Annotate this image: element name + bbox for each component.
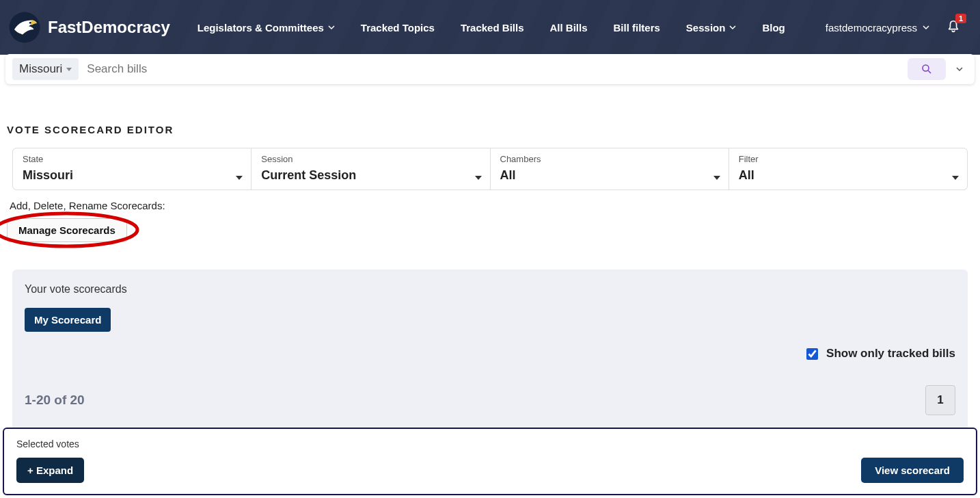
manage-scorecards-button[interactable]: Manage Scorecards	[7, 218, 127, 242]
chevron-down-icon	[923, 24, 929, 31]
filter-row: State Missouri Session Current Session C…	[12, 148, 968, 190]
my-scorecard-button[interactable]: My Scorecard	[25, 308, 111, 332]
page-number[interactable]: 1	[925, 385, 955, 415]
search-input[interactable]	[84, 57, 908, 81]
filter-state[interactable]: State Missouri	[13, 148, 251, 189]
nav-label: Tracked Topics	[361, 22, 435, 34]
nav-label: All Bills	[549, 22, 587, 34]
caret-down-icon	[713, 176, 720, 180]
main-header: FastDemocracy Legislators & Committees T…	[0, 0, 980, 55]
state-selector-label: Missouri	[19, 62, 62, 76]
nav-bill-filters[interactable]: Bill filters	[614, 22, 660, 34]
nav-legislators[interactable]: Legislators & Committees	[198, 22, 335, 34]
caret-down-icon	[66, 68, 72, 71]
eagle-logo-icon	[8, 11, 41, 44]
filter-session-label: Session	[261, 154, 480, 164]
caret-down-icon	[952, 176, 959, 180]
filter-chambers-label: Chambers	[500, 154, 719, 164]
user-name: fastdemocracypress	[826, 22, 917, 34]
nav-tracked-bills[interactable]: Tracked Bills	[461, 22, 524, 34]
search-more[interactable]	[950, 66, 969, 73]
svg-point-1	[29, 22, 31, 24]
nav-session[interactable]: Session	[686, 22, 737, 34]
selected-votes-title: Selected votes	[16, 438, 964, 449]
search-icon	[921, 63, 933, 75]
result-count: 1-20 of 20	[25, 393, 85, 408]
nav-all-bills[interactable]: All Bills	[549, 22, 587, 34]
filter-chambers-value: All	[500, 168, 719, 183]
search-button[interactable]	[908, 58, 946, 80]
filter-chambers[interactable]: Chambers All	[491, 148, 729, 189]
brand[interactable]: FastDemocracy	[8, 11, 170, 44]
user-menu[interactable]: fastdemocracypress	[826, 22, 929, 34]
nav-label: Bill filters	[614, 22, 660, 34]
nav-legislators-label: Legislators & Committees	[198, 22, 324, 34]
expand-button[interactable]: + Expand	[16, 458, 84, 478]
view-scorecard-button[interactable]: View scorecard	[861, 458, 964, 478]
nav-tracked-topics[interactable]: Tracked Topics	[361, 22, 435, 34]
filter-state-value: Missouri	[23, 168, 241, 183]
chevron-down-icon	[729, 24, 736, 31]
main-nav: Legislators & Committees Tracked Topics …	[198, 22, 826, 34]
notification-count: 1	[955, 14, 966, 23]
header-right: fastdemocracypress 1	[826, 19, 961, 36]
nav-label: Blog	[762, 22, 785, 34]
brand-text: FastDemocracy	[48, 18, 170, 37]
show-only-row: Show only tracked bills	[25, 347, 955, 361]
caret-down-icon	[236, 176, 243, 180]
selected-votes-bar: Selected votes + Expand View scorecard	[3, 428, 977, 478]
chevron-down-icon	[956, 66, 963, 73]
caret-down-icon	[475, 176, 482, 180]
page-title: VOTE SCORECARD EDITOR	[7, 124, 973, 135]
notifications-button[interactable]: 1	[946, 19, 961, 36]
nav-label: Session	[686, 22, 726, 34]
svg-point-2	[923, 65, 929, 71]
filter-state-label: State	[23, 154, 241, 164]
nav-blog[interactable]: Blog	[762, 22, 785, 34]
show-only-checkbox[interactable]	[806, 348, 818, 360]
search-bar: Missouri	[5, 54, 975, 84]
svg-line-3	[928, 70, 931, 73]
filter-filter-value: All	[739, 168, 957, 183]
nav-label: Tracked Bills	[461, 22, 524, 34]
filter-filter[interactable]: Filter All	[729, 148, 967, 189]
manage-hint: Add, Delete, Rename Scorecards:	[10, 200, 973, 211]
filter-filter-label: Filter	[739, 154, 957, 164]
filter-session[interactable]: Session Current Session	[251, 148, 490, 189]
show-only-label: Show only tracked bills	[826, 347, 955, 361]
state-selector[interactable]: Missouri	[12, 58, 79, 80]
chevron-down-icon	[328, 24, 335, 31]
panel-title: Your vote scorecards	[25, 283, 955, 296]
filter-session-value: Current Session	[261, 168, 480, 183]
